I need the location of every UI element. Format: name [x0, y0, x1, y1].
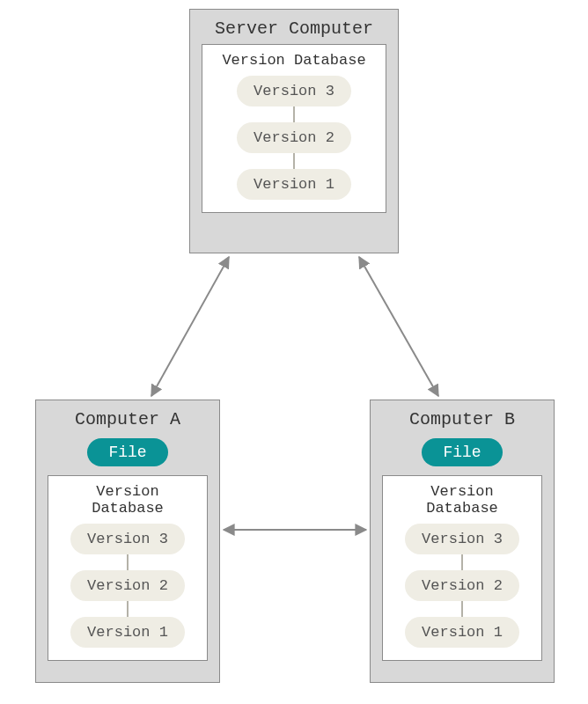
version-connector: [127, 601, 129, 617]
computer-a-version-item: Version 2: [70, 570, 185, 601]
version-connector: [127, 554, 129, 570]
server-version-database: Version Database Version 3 Version 2 Ver…: [202, 44, 386, 213]
version-connector: [461, 601, 463, 617]
computer-b-db-title: Version Database: [392, 483, 533, 517]
computer-a-db-title: Version Database: [57, 483, 198, 517]
server-version-item: Version 2: [237, 122, 351, 153]
computer-a-box: Computer A File Version Database Version…: [35, 400, 220, 683]
computer-b-version-item: Version 3: [405, 524, 519, 554]
computer-a-title: Computer A: [75, 400, 180, 435]
arrow-server-to-b: [359, 257, 438, 396]
computer-b-version-database: Version Database Version 3 Version 2 Ver…: [382, 475, 542, 661]
computer-b-version-item: Version 2: [405, 570, 519, 601]
server-computer-box: Server Computer Version Database Version…: [189, 9, 399, 253]
computer-a-version-database: Version Database Version 3 Version 2 Ver…: [48, 475, 208, 661]
version-connector: [293, 153, 295, 169]
computer-b-title: Computer B: [409, 400, 515, 435]
diagram-stage: Server Computer Version Database Version…: [0, 0, 588, 704]
computer-a-file: File: [87, 438, 167, 466]
computer-a-version-item: Version 1: [70, 617, 185, 648]
computer-b-version-item: Version 1: [405, 617, 519, 648]
computer-b-box: Computer B File Version Database Version…: [370, 400, 555, 683]
computer-a-version-item: Version 3: [70, 524, 185, 554]
server-db-title: Version Database: [222, 52, 365, 69]
version-connector: [293, 106, 295, 122]
computer-b-file: File: [422, 438, 502, 466]
server-version-item: Version 1: [237, 169, 351, 200]
server-version-item: Version 3: [237, 76, 351, 106]
arrow-server-to-a: [151, 257, 229, 396]
version-connector: [461, 554, 463, 570]
server-title: Server Computer: [215, 10, 373, 44]
